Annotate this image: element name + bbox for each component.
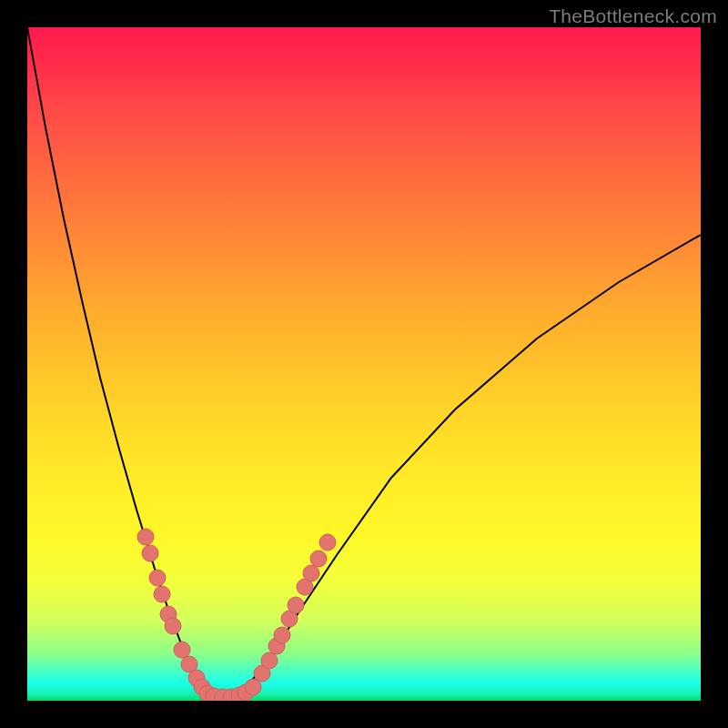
chart-frame: TheBottleneck.com (0, 0, 728, 728)
data-point (154, 586, 170, 602)
sample-dots (27, 27, 701, 701)
plot-area (27, 27, 701, 701)
data-point (142, 545, 158, 561)
data-point (310, 551, 327, 567)
data-point (149, 570, 166, 586)
watermark-text: TheBottleneck.com (549, 5, 717, 27)
data-point (174, 642, 190, 658)
data-point (319, 534, 336, 551)
data-point (288, 597, 304, 613)
data-point (261, 652, 278, 669)
data-point (165, 618, 181, 634)
data-point (303, 565, 319, 581)
data-point (137, 529, 154, 545)
data-point (274, 627, 290, 643)
